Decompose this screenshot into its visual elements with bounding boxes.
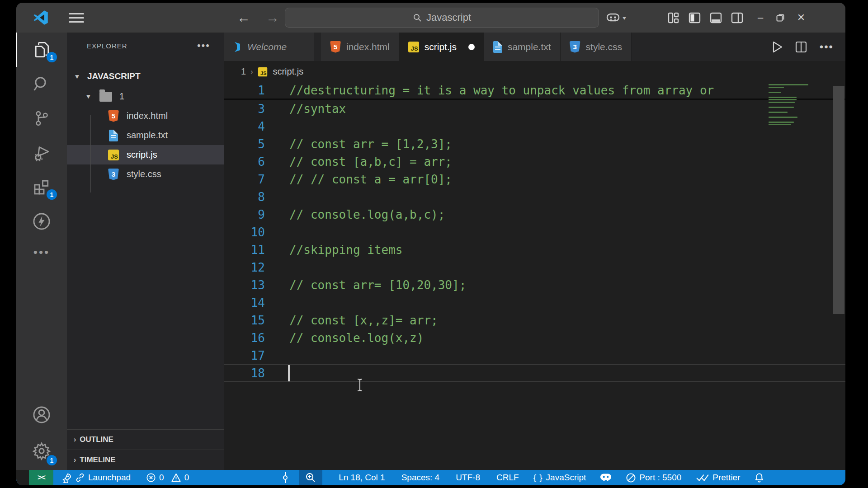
encoding-button[interactable]: UTF-8 [456, 473, 480, 483]
settings-button[interactable]: 1 [16, 432, 67, 470]
copilot-icon [606, 12, 620, 23]
breadcrumb-folder[interactable]: 1 [241, 66, 246, 77]
editor-more-actions-button[interactable]: ••• [820, 41, 834, 53]
problems-button[interactable]: 0 0 [146, 473, 189, 483]
back-button[interactable]: ← [237, 3, 250, 33]
line-text: // // const a = arr[0]; [289, 173, 452, 186]
port-button[interactable]: Port : 5500 [626, 473, 681, 483]
zoom-indicator-button[interactable] [299, 470, 322, 485]
line-number: 4 [224, 120, 265, 133]
tab-script-js[interactable]: JS script.js [399, 33, 484, 61]
search-text: Javascript [426, 12, 471, 23]
notifications-button[interactable] [754, 472, 764, 483]
timeline-section-header[interactable]: › TIMELINE [67, 450, 224, 470]
minimap-line [769, 87, 784, 88]
editor-scrollbar[interactable] [833, 86, 844, 314]
code-line[interactable]: 8 [224, 188, 845, 206]
explorer-actions-button[interactable]: ••• [197, 40, 210, 52]
code-line[interactable]: 12 [224, 258, 845, 276]
mouse-ibeam-cursor [356, 378, 363, 392]
more-views-button[interactable]: ••• [33, 239, 50, 266]
restore-button[interactable] [770, 3, 790, 33]
extensions-activity-button[interactable]: 1 [16, 170, 67, 204]
language-mode-button[interactable]: { } JavaScript [533, 473, 586, 483]
copilot-status-button[interactable] [599, 472, 612, 483]
code-line[interactable]: 3//syntax [224, 100, 845, 117]
cursor-position-button[interactable]: Ln 18, Col 1 [339, 473, 385, 483]
tab-index-html[interactable]: 5 index.html [321, 33, 399, 61]
settings-badge: 1 [47, 455, 57, 465]
css-file-icon: 3 [570, 41, 580, 53]
link-icon [75, 473, 85, 483]
run-button[interactable] [772, 41, 783, 53]
code-line[interactable]: 13// const arr= [10,20,30]; [224, 276, 845, 294]
code-line[interactable]: 9// console.log(a,b,c); [224, 206, 845, 223]
explorer-activity-button[interactable]: 1 [16, 33, 67, 67]
text-file-icon [109, 130, 118, 141]
code-line[interactable]: 18 [224, 364, 845, 382]
search-activity-button[interactable] [16, 67, 67, 101]
code-line[interactable]: 1//destructuring = it is a way to unpack… [224, 82, 845, 100]
line-number: 5 [224, 137, 265, 151]
zoom-in-icon [305, 472, 316, 483]
toggle-secondary-sidebar-icon[interactable] [731, 12, 743, 24]
toggle-primary-sidebar-icon[interactable] [689, 12, 701, 24]
run-debug-activity-button[interactable] [16, 136, 67, 170]
copilot-icon [599, 472, 612, 483]
text-file-icon [493, 41, 502, 53]
code-line[interactable]: 5// const arr = [1,2,3]; [224, 135, 845, 153]
warning-icon [171, 473, 181, 483]
rocket-icon [61, 473, 72, 483]
close-button[interactable]: ✕ [791, 3, 811, 33]
copilot-menu-button[interactable]: ▾ [606, 3, 626, 33]
command-center-search[interactable]: Javascript [285, 8, 599, 28]
indentation-button[interactable]: Spaces: 4 [401, 473, 440, 483]
code-line[interactable]: 10 [224, 223, 845, 241]
tab-sample-txt[interactable]: sample.txt [484, 33, 561, 61]
toggle-panel-icon[interactable] [710, 12, 722, 24]
split-editor-button[interactable] [795, 41, 807, 53]
html-file-icon: 5 [330, 41, 341, 53]
code-line[interactable]: 7// // const a = arr[0]; [224, 170, 845, 188]
line-number: 7 [224, 173, 265, 186]
statusbar-corner-gap [16, 470, 29, 485]
unsaved-changes-dot[interactable] [468, 44, 475, 50]
commit-indicator[interactable] [282, 472, 289, 483]
code-line[interactable]: 16// console.log(x,z) [224, 329, 845, 347]
code-editor[interactable]: 1//destructuring = it is a way to unpack… [224, 82, 845, 470]
extensions-badge: 1 [47, 189, 57, 200]
outline-section-header[interactable]: › OUTLINE [67, 429, 224, 450]
line-number: 17 [224, 349, 265, 362]
code-line[interactable]: 15// const [x,,z]= arr; [224, 311, 845, 329]
launchpad-button[interactable]: Launchpad [61, 473, 131, 483]
source-control-activity-button[interactable] [16, 101, 67, 136]
explorer-badge: 1 [47, 52, 57, 62]
tab-style-css[interactable]: 3 style.css [561, 33, 632, 61]
remote-indicator-button[interactable]: >< [29, 470, 53, 485]
code-line[interactable]: 14 [224, 294, 845, 311]
line-number: 18 [224, 366, 265, 380]
line-text: // const arr = [1,2,3]; [289, 137, 452, 151]
minimap[interactable] [769, 84, 811, 127]
customize-layout-icon[interactable] [667, 12, 679, 24]
minimize-button[interactable]: – [750, 3, 770, 33]
account-button[interactable] [16, 398, 67, 432]
line-number: 12 [224, 261, 265, 274]
account-icon [32, 405, 51, 424]
menu-icon[interactable] [69, 3, 84, 33]
minimap-line [769, 117, 797, 118]
breadcrumb[interactable]: 1 › JS script.js [224, 61, 845, 82]
code-line[interactable]: 17 [224, 347, 845, 364]
forward-button[interactable]: → [266, 3, 279, 33]
code-line[interactable]: 4 [224, 117, 845, 135]
commit-icon [282, 472, 289, 483]
breadcrumb-file[interactable]: script.js [273, 66, 303, 77]
code-line[interactable]: 6// const [a,b,c] = arr; [224, 153, 845, 170]
prettier-button[interactable]: Prettier [696, 473, 740, 483]
thunder-client-activity-button[interactable] [16, 204, 67, 239]
code-line[interactable]: 11//skipping items [224, 241, 845, 258]
eol-button[interactable]: CRLF [496, 473, 519, 483]
folder-row[interactable]: ▼ 1 [67, 87, 224, 106]
tab-welcome[interactable]: Welcome [224, 33, 314, 61]
workspace-root-row[interactable]: ▼ JAVASCRIPT [67, 66, 224, 87]
